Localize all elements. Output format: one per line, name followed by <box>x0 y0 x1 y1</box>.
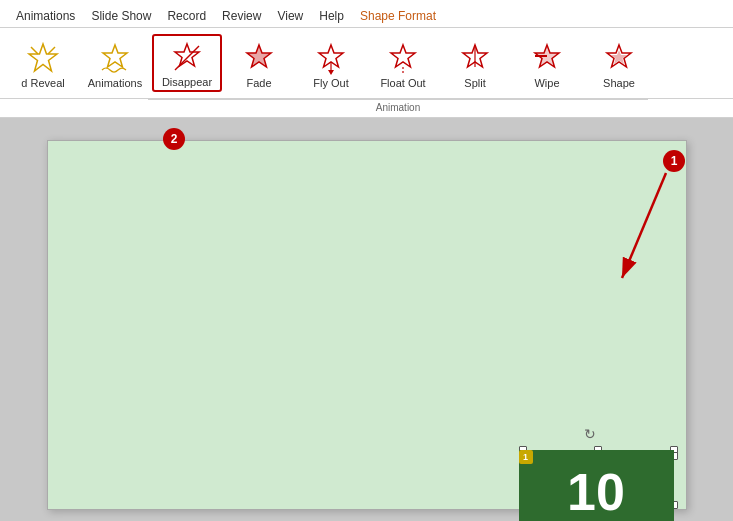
fade-icon <box>241 41 277 77</box>
ribbon: d Reveal Animations Disappear <box>0 28 733 99</box>
menu-record[interactable]: Record <box>159 5 214 27</box>
disappear-icon <box>169 40 205 76</box>
shape-container: ↻ 10 1 <box>511 404 686 509</box>
svg-line-1 <box>31 47 38 54</box>
anim-btn-shape[interactable]: Shape <box>584 36 654 92</box>
rotate-handle[interactable]: ↻ <box>582 426 598 442</box>
svg-marker-6 <box>247 45 271 67</box>
floatout-icon <box>385 41 421 77</box>
anim-btn-fade[interactable]: Fade <box>224 36 294 92</box>
floatout-label: Float Out <box>380 77 425 89</box>
menu-view[interactable]: View <box>269 5 311 27</box>
wipe-label: Wipe <box>534 77 559 89</box>
menu-review[interactable]: Review <box>214 5 269 27</box>
shape-icon <box>601 41 637 77</box>
shape-number: 10 <box>567 462 625 521</box>
svg-line-2 <box>48 47 55 54</box>
green-shape[interactable]: 10 <box>519 450 674 522</box>
split-icon <box>457 41 493 77</box>
anim-btn-wave[interactable]: Animations <box>80 36 150 92</box>
svg-marker-3 <box>103 45 127 67</box>
anim-btn-disappear[interactable]: Disappear <box>152 34 222 92</box>
anim-btn-split[interactable]: Split <box>440 36 510 92</box>
menu-animations[interactable]: Animations <box>8 5 83 27</box>
svg-marker-10 <box>391 45 415 67</box>
anim-btn-floatout[interactable]: Float Out <box>368 36 438 92</box>
anim-btn-flyout[interactable]: Fly Out <box>296 36 366 92</box>
reveal-label: d Reveal <box>21 77 64 89</box>
flyout-icon <box>313 41 349 77</box>
wave-icon <box>97 41 133 77</box>
split-label: Split <box>464 77 485 89</box>
ribbon-content: d Reveal Animations Disappear <box>8 34 725 98</box>
animation-group-label: Animation <box>148 99 648 113</box>
svg-marker-4 <box>175 44 199 66</box>
menu-help[interactable]: Help <box>311 5 352 27</box>
animation-badge: 1 <box>519 450 533 464</box>
step-circle-1: 1 <box>663 150 685 172</box>
menu-slideshow[interactable]: Slide Show <box>83 5 159 27</box>
reveal-icon <box>25 41 61 77</box>
ribbon-group-row: Animation <box>0 99 733 118</box>
menu-shape-format[interactable]: Shape Format <box>352 5 444 27</box>
svg-marker-9 <box>328 70 334 75</box>
disappear-label: Disappear <box>162 76 212 88</box>
svg-line-5 <box>175 46 199 70</box>
canvas-area: ↻ 10 1 1 <box>0 118 733 521</box>
menu-bar: Animations Slide Show Record Review View… <box>0 0 733 28</box>
svg-marker-0 <box>29 44 57 71</box>
step-circle-2: 2 <box>163 128 185 150</box>
wave-label: Animations <box>88 77 142 89</box>
wipe-icon <box>529 41 565 77</box>
fade-label: Fade <box>246 77 271 89</box>
slide-canvas: ↻ 10 1 <box>47 140 687 510</box>
anim-btn-wipe[interactable]: Wipe <box>512 36 582 92</box>
anim-btn-reveal[interactable]: d Reveal <box>8 36 78 92</box>
shape-anim-label: Shape <box>603 77 635 89</box>
flyout-label: Fly Out <box>313 77 348 89</box>
